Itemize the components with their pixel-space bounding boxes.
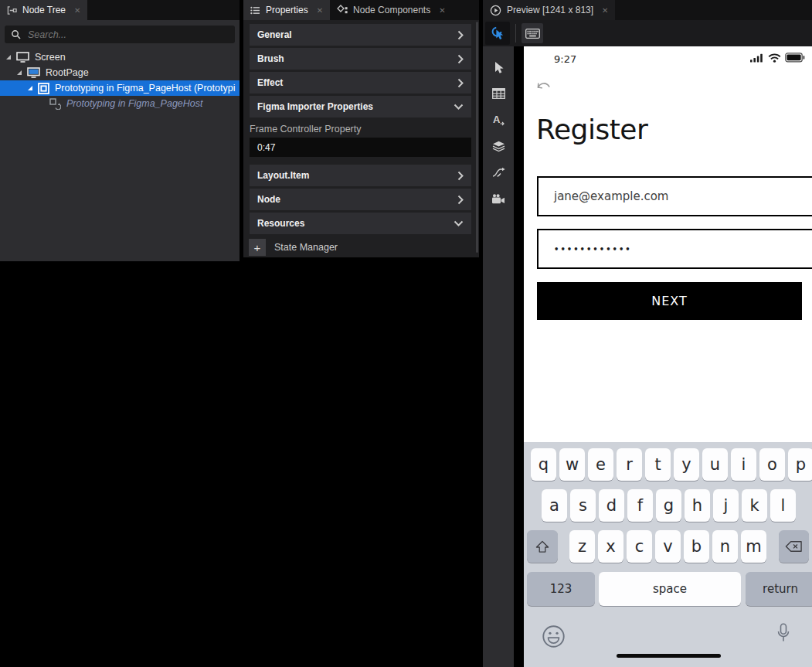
- state-manager-label: State Manager: [274, 242, 338, 253]
- node-tree-panel: Node Tree ✕ Screen Roo: [0, 0, 240, 261]
- close-icon[interactable]: ✕: [317, 6, 323, 15]
- return-key[interactable]: return: [746, 572, 812, 606]
- tree-item-screen[interactable]: Screen: [0, 49, 240, 65]
- play-circle-icon: [490, 5, 501, 16]
- back-button[interactable]: [535, 80, 553, 97]
- next-button[interactable]: NEXT: [537, 282, 802, 320]
- chevron-right-icon: [457, 171, 464, 181]
- tab-node-components[interactable]: Node Components ✕: [330, 0, 452, 20]
- emoji-button[interactable]: [542, 624, 566, 652]
- section-resources[interactable]: Resources: [250, 213, 471, 234]
- preview-panel: Preview [1241 x 813] ✕: [483, 0, 812, 667]
- select-tool-button[interactable]: [483, 54, 514, 80]
- section-node[interactable]: Node: [250, 189, 471, 210]
- touch-mode-button[interactable]: [485, 22, 510, 45]
- key-q[interactable]: q: [531, 448, 556, 481]
- emoji-smiley-icon: [542, 624, 566, 648]
- keyboard-icon: [525, 29, 540, 39]
- close-icon[interactable]: ✕: [602, 6, 608, 15]
- tab-node-tree[interactable]: Node Tree ✕: [0, 0, 87, 20]
- key-w[interactable]: w: [559, 448, 585, 481]
- key-u[interactable]: u: [702, 448, 728, 481]
- node-tree-icon: [7, 5, 17, 15]
- key-f[interactable]: f: [627, 489, 653, 522]
- key-g[interactable]: g: [656, 489, 681, 522]
- preview-toolbar: [483, 20, 812, 46]
- key-t[interactable]: t: [645, 448, 671, 481]
- layers-tool-button[interactable]: [483, 133, 514, 159]
- key-d[interactable]: d: [599, 489, 624, 522]
- key-b[interactable]: b: [684, 530, 709, 563]
- properties-panel: Properties ✕ Node Components ✕ General B…: [243, 0, 479, 257]
- key-i[interactable]: i: [731, 448, 756, 481]
- chevron-right-icon: [457, 54, 464, 64]
- tree-item-rootpage[interactable]: RootPage: [0, 65, 240, 80]
- tree-item-label: Screen: [35, 52, 66, 63]
- toolbar-divider: [515, 24, 516, 43]
- key-z[interactable]: z: [569, 530, 595, 563]
- home-indicator[interactable]: [617, 654, 721, 658]
- key-h[interactable]: h: [685, 489, 710, 522]
- instance-icon: [49, 98, 61, 110]
- page-monitor-icon: [27, 67, 40, 78]
- table-tool-button[interactable]: [483, 80, 514, 107]
- dictation-button[interactable]: [776, 623, 790, 647]
- tree-item-pagehost-instance[interactable]: Prototyping in Figma_PageHost: [0, 96, 240, 111]
- key-s[interactable]: s: [570, 489, 596, 522]
- shift-icon: [535, 540, 550, 553]
- close-icon[interactable]: ✕: [439, 6, 445, 15]
- shift-key[interactable]: [527, 530, 558, 563]
- expand-triangle-icon[interactable]: [6, 55, 11, 60]
- status-icons: [750, 53, 805, 63]
- chevron-right-icon: [457, 78, 464, 88]
- key-o[interactable]: o: [759, 448, 785, 481]
- monitor-icon: [16, 52, 29, 63]
- preview-letterbox: [514, 46, 524, 667]
- scrollbar[interactable]: [476, 22, 478, 253]
- preview-body: A: [483, 46, 812, 667]
- key-e[interactable]: e: [588, 448, 613, 481]
- key-x[interactable]: x: [598, 530, 623, 563]
- preview-tabbar: Preview [1241 x 813] ✕: [483, 0, 812, 20]
- tab-preview[interactable]: Preview [1241 x 813] ✕: [483, 0, 615, 20]
- section-effect[interactable]: Effect: [250, 72, 471, 94]
- numbers-key[interactable]: 123: [527, 572, 595, 606]
- tree-item-pagehost-selected[interactable]: Prototyping in Figma_PageHost (Prototypi: [0, 80, 240, 96]
- microphone-icon: [776, 623, 790, 644]
- record-tool-button[interactable]: [483, 185, 514, 212]
- key-a[interactable]: a: [542, 489, 567, 522]
- key-k[interactable]: k: [742, 489, 767, 522]
- frame-controller-input[interactable]: 0:47: [250, 138, 471, 157]
- key-l[interactable]: l: [770, 489, 796, 522]
- backspace-key[interactable]: [779, 530, 809, 563]
- chevron-down-icon: [454, 220, 464, 226]
- section-layout-item[interactable]: Layout.Item: [250, 165, 471, 186]
- video-camera-icon: [491, 194, 505, 204]
- section-brush[interactable]: Brush: [250, 48, 471, 70]
- rename-tool-button[interactable]: A: [483, 107, 514, 133]
- key-r[interactable]: r: [617, 448, 642, 481]
- expand-triangle-icon[interactable]: [17, 70, 22, 75]
- search-input[interactable]: [26, 29, 229, 41]
- section-general[interactable]: General: [250, 24, 471, 46]
- key-c[interactable]: c: [627, 530, 652, 563]
- keyboard-mode-button[interactable]: [522, 23, 543, 43]
- expand-triangle-icon[interactable]: [28, 86, 32, 90]
- node-tree-tabbar: Node Tree ✕: [0, 0, 240, 20]
- key-j[interactable]: j: [713, 489, 739, 522]
- tab-node-components-label: Node Components: [353, 5, 430, 15]
- key-y[interactable]: y: [674, 448, 699, 481]
- email-field[interactable]: jane@example.com: [537, 176, 812, 216]
- close-icon[interactable]: ✕: [74, 6, 80, 15]
- tab-properties[interactable]: Properties ✕: [243, 0, 330, 20]
- key-p[interactable]: p: [788, 448, 812, 481]
- key-v[interactable]: v: [655, 530, 681, 563]
- search-box[interactable]: [5, 26, 235, 43]
- section-figma-importer[interactable]: Figma Importer Properties: [250, 96, 471, 117]
- add-state-manager-button[interactable]: +: [249, 239, 266, 256]
- space-key[interactable]: space: [599, 572, 741, 606]
- key-n[interactable]: n: [712, 530, 738, 563]
- shuffle-tool-button[interactable]: [483, 159, 514, 185]
- key-m[interactable]: m: [741, 530, 766, 563]
- password-field[interactable]: ••••••••••••: [537, 229, 812, 269]
